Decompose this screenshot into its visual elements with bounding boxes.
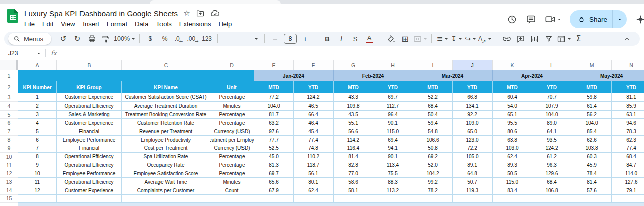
value-cell[interactable]: 124.2 (532, 144, 572, 153)
value-cell[interactable]: 66.4 (294, 111, 334, 119)
value-cell[interactable]: 69.7 (373, 93, 413, 102)
value-cell[interactable]: 65.0 (453, 127, 493, 136)
value-cell[interactable]: 62.3 (612, 136, 644, 144)
kpi-name-cell[interactable]: Spa Utilization Rate (122, 153, 210, 161)
kpi-number-cell[interactable]: 5 (18, 127, 57, 136)
value-cell[interactable]: 62.4 (294, 186, 334, 195)
value-cell[interactable]: 95.5 (493, 119, 532, 127)
value-cell[interactable]: 50.7 (453, 178, 493, 186)
month-header-cell[interactable]: Apr-2024 (493, 70, 572, 81)
value-cell[interactable]: 43.5 (334, 111, 373, 119)
value-cell[interactable]: 43.3 (334, 93, 373, 102)
value-cell[interactable]: 72.2 (453, 144, 493, 153)
insert-chart-button[interactable] (529, 33, 541, 45)
subheader-cell[interactable]: YTD (373, 81, 413, 93)
value-cell[interactable]: 115.0 (493, 178, 532, 186)
column-header-L[interactable]: L (532, 60, 572, 70)
value-cell[interactable]: 81.1 (612, 93, 644, 102)
name-box-caret[interactable] (37, 53, 40, 56)
menu-data[interactable]: Data (135, 20, 148, 28)
row-header-5[interactable]: 5 (0, 111, 18, 119)
star-icon[interactable]: ☆ (183, 10, 190, 17)
kpi-number-cell[interactable]: 6 (18, 136, 57, 144)
value-cell[interactable]: 96.4 (373, 111, 413, 119)
unit-cell[interactable]: Minutes (210, 102, 254, 111)
empty-cell[interactable] (413, 195, 453, 203)
column-header-C[interactable]: C (122, 60, 210, 70)
text-rotation-button[interactable]: A↗ (478, 33, 491, 45)
value-cell[interactable]: 50.4 (413, 111, 453, 119)
row-header-3[interactable]: 3 (0, 93, 18, 102)
merge-cells-button[interactable] (413, 33, 427, 45)
value-cell[interactable]: 65.6 (254, 178, 294, 186)
empty-cell[interactable] (122, 195, 210, 203)
value-cell[interactable]: 58.1 (334, 186, 373, 195)
value-cell[interactable]: 81.4 (334, 153, 373, 161)
value-cell[interactable]: 85.4 (572, 127, 612, 136)
value-cell[interactable]: 85.9 (612, 102, 644, 111)
kpi-group-cell[interactable]: Customer Experience (57, 186, 122, 195)
kpi-group-cell[interactable]: Operational Efficiency (57, 161, 122, 170)
value-cell[interactable]: 63.1 (612, 111, 644, 119)
horizontal-align-button[interactable]: ≡ (436, 33, 448, 45)
format-percent-button[interactable]: % (158, 33, 171, 45)
undo-button[interactable]: ↺ (57, 33, 69, 45)
menu-file[interactable]: File (24, 20, 35, 28)
value-cell[interactable]: 60.3 (572, 153, 612, 161)
version-history-icon[interactable] (507, 14, 517, 25)
value-cell[interactable]: 104.0 (532, 111, 572, 119)
value-cell[interactable]: 63.8 (493, 136, 532, 144)
value-cell[interactable]: 66.8 (453, 93, 493, 102)
value-cell[interactable]: 110.2 (294, 153, 334, 161)
kpi-name-cell[interactable]: Cost per Treatment (122, 144, 210, 153)
value-cell[interactable]: 81.7 (254, 111, 294, 119)
empty-cell[interactable] (210, 195, 254, 203)
row-header-8[interactable]: 8 (0, 136, 18, 144)
value-cell[interactable]: 104.0 (254, 102, 294, 111)
kpi-name-cell[interactable]: Employee Productivity (122, 136, 210, 144)
value-cell[interactable]: 118.7 (294, 161, 334, 170)
menu-edit[interactable]: Edit (42, 20, 53, 28)
kpi-group-cell[interactable]: Customer Experience (57, 119, 122, 127)
column-title-cell[interactable]: Unit (210, 81, 254, 93)
month-header-cell[interactable]: Feb-2024 (334, 70, 413, 81)
value-cell[interactable]: 99.2 (413, 178, 453, 186)
empty-cell[interactable] (254, 195, 294, 203)
menu-tools[interactable]: Tools (156, 20, 171, 28)
functions-button[interactable]: Σ (573, 33, 585, 45)
value-cell[interactable]: 62.4 (493, 153, 532, 161)
row-header-9[interactable]: 9 (0, 144, 18, 153)
value-cell[interactable]: 56.6 (334, 127, 373, 136)
value-cell[interactable]: 59.8 (572, 93, 612, 102)
value-cell[interactable]: 62.6 (572, 136, 612, 144)
table-button[interactable] (557, 33, 571, 45)
column-title-cell[interactable]: KPI Name (122, 81, 210, 93)
value-cell[interactable]: 92.2 (453, 111, 493, 119)
name-box[interactable]: J23 (5, 50, 42, 57)
value-cell[interactable]: 103.0 (493, 144, 532, 153)
value-cell[interactable]: 46.5 (294, 102, 334, 111)
value-cell[interactable]: 89.1 (453, 161, 493, 170)
value-cell[interactable]: 45.0 (254, 153, 294, 161)
value-cell[interactable]: 56.2 (572, 111, 612, 119)
value-cell[interactable]: 75.5 (373, 169, 413, 178)
empty-cell[interactable] (18, 195, 57, 203)
unit-cell[interactable]: Percentage (210, 153, 254, 161)
value-cell[interactable]: 69.7 (254, 169, 294, 178)
value-cell[interactable]: 93.5 (532, 136, 572, 144)
unit-cell[interactable]: Percentage (210, 111, 254, 119)
month-header-cell[interactable]: Jan-2024 (254, 70, 334, 81)
unit-cell[interactable]: Percentage (210, 161, 254, 170)
value-cell[interactable]: 80.6 (493, 127, 532, 136)
value-cell[interactable]: 89.3 (493, 161, 532, 170)
value-cell[interactable]: 113.4 (373, 161, 413, 170)
row-header-13[interactable]: 13 (0, 178, 18, 186)
fill-color-button[interactable] (385, 33, 397, 45)
value-cell[interactable]: 64.1 (532, 127, 572, 136)
text-color-button[interactable]: A (363, 33, 375, 45)
value-cell[interactable]: 123.0 (453, 136, 493, 144)
paint-format-button[interactable] (100, 33, 112, 45)
value-cell[interactable]: 90.1 (373, 153, 413, 161)
row-header-15[interactable]: 15 (0, 195, 18, 203)
kpi-name-cell[interactable]: Complaints per Customer (122, 186, 210, 195)
